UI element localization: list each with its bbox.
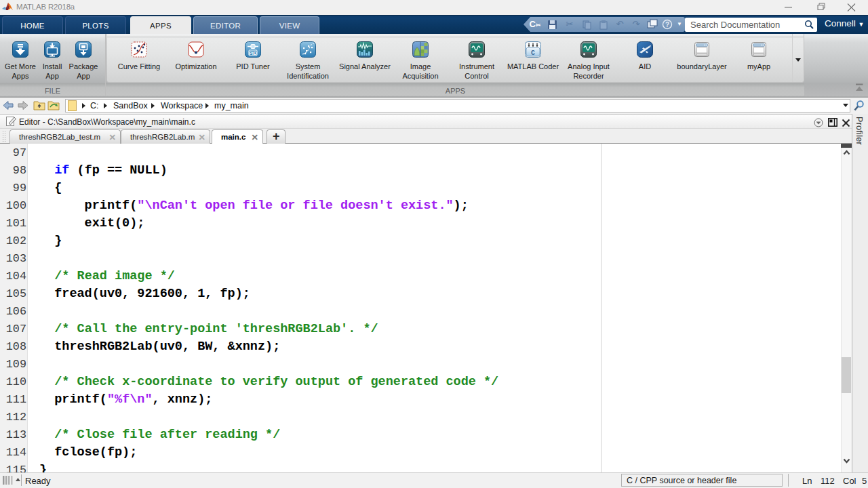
- svg-text:PID: PID: [249, 51, 257, 56]
- svg-text:?: ?: [665, 21, 669, 28]
- svg-text:C: C: [531, 49, 535, 57]
